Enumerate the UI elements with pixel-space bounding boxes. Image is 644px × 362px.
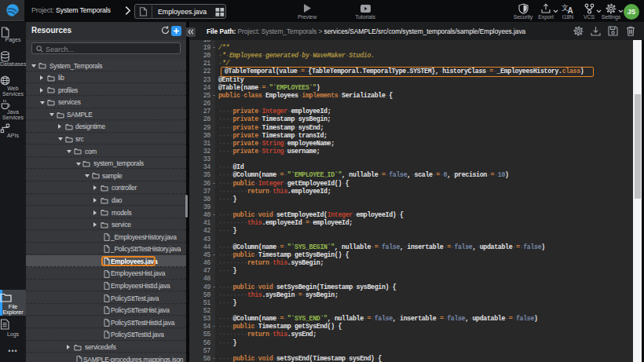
svg-text:A: A xyxy=(568,6,573,14)
